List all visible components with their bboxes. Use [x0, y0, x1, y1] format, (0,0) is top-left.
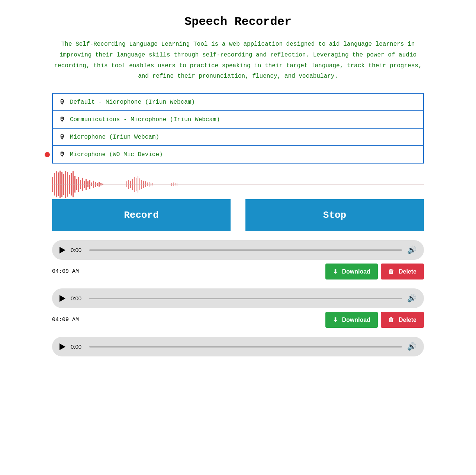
audio-player-3: 0:00 🔊 — [52, 337, 424, 356]
play-button-2[interactable] — [60, 295, 65, 302]
recording-entry-2: 0:00 🔊 04:09 AM Download Delete — [52, 288, 424, 328]
microphone-label-4: Microphone (WO Mic Device) — [70, 151, 163, 158]
microphone-label-3: Microphone (Iriun Webcam) — [70, 134, 159, 140]
recording-entry-3: 0:00 🔊 — [52, 337, 424, 356]
volume-icon-2[interactable]: 🔊 — [407, 294, 416, 303]
microphone-list: 🎙 Default - Microphone (Iriun Webcam) 🎙 … — [52, 93, 424, 164]
play-icon-2 — [60, 295, 65, 302]
time-display-2: 0:00 — [71, 295, 84, 301]
delete-label-1: Delete — [399, 268, 416, 275]
download-button-2[interactable]: Download — [325, 312, 378, 328]
audio-player-2: 0:00 🔊 — [52, 288, 424, 308]
microphone-item-2[interactable]: 🎙 Communications - Microphone (Iriun Web… — [52, 111, 424, 129]
microphone-item-3[interactable]: 🎙 Microphone (Iriun Webcam) — [52, 129, 424, 146]
play-icon-3 — [60, 343, 65, 350]
stop-button[interactable]: Stop — [245, 199, 424, 231]
delete-button-2[interactable]: Delete — [381, 312, 424, 328]
progress-bar-2[interactable] — [89, 298, 402, 299]
trash-icon-2 — [388, 317, 396, 323]
selected-dot — [45, 152, 50, 157]
trash-icon-1 — [388, 268, 396, 275]
play-button-3[interactable] — [60, 343, 65, 350]
time-display-3: 0:00 — [71, 343, 84, 350]
progress-bar-3[interactable] — [89, 346, 402, 348]
download-button-1[interactable]: Download — [325, 264, 378, 279]
delete-button-1[interactable]: Delete — [381, 264, 424, 279]
audio-player-1: 0:00 🔊 — [52, 240, 424, 260]
record-button[interactable]: Record — [52, 199, 231, 231]
recording-timestamp-2: 04:09 AM — [52, 317, 79, 323]
microphone-icon-4: 🎙 — [59, 151, 65, 158]
recording-meta-2: 04:09 AM Download Delete — [52, 312, 424, 328]
microphone-icon-1: 🎙 — [59, 98, 65, 106]
page-description: The Self-Recording Language Learning Too… — [52, 39, 424, 82]
volume-icon-3[interactable]: 🔊 — [407, 342, 416, 351]
delete-label-2: Delete — [399, 317, 416, 323]
recording-timestamp-1: 04:09 AM — [52, 268, 79, 275]
play-icon-1 — [60, 247, 65, 253]
time-display-1: 0:00 — [71, 247, 84, 253]
download-icon-1 — [333, 268, 339, 275]
microphone-label-1: Default - Microphone (Iriun Webcam) — [70, 99, 195, 106]
page-title: Speech Recorder — [52, 15, 424, 29]
microphone-label-2: Communications - Microphone (Iriun Webca… — [70, 116, 220, 123]
download-icon-2 — [333, 316, 339, 323]
svg-rect-47 — [52, 184, 424, 185]
play-button-1[interactable] — [60, 247, 65, 253]
microphone-item-1[interactable]: 🎙 Default - Microphone (Iriun Webcam) — [52, 93, 424, 111]
microphone-icon-2: 🎙 — [59, 116, 65, 123]
recording-entry-1: 0:00 🔊 04:09 AM Download Delete — [52, 240, 424, 279]
volume-icon-1[interactable]: 🔊 — [407, 245, 416, 255]
action-buttons-1: Download Delete — [325, 264, 424, 279]
microphone-item-4[interactable]: 🎙 Microphone (WO Mic Device) — [52, 146, 424, 164]
controls-row: Record Stop — [52, 199, 424, 231]
download-label-2: Download — [342, 317, 370, 323]
waveform-display — [52, 169, 424, 199]
progress-bar-1[interactable] — [89, 249, 402, 251]
recording-meta-1: 04:09 AM Download Delete — [52, 264, 424, 279]
microphone-icon-3: 🎙 — [59, 133, 65, 141]
download-label-1: Download — [342, 268, 370, 275]
action-buttons-2: Download Delete — [325, 312, 424, 328]
